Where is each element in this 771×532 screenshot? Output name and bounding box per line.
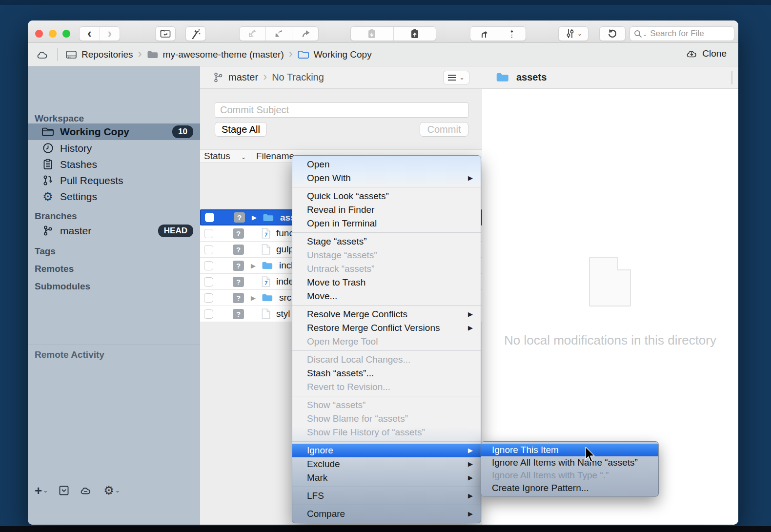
clone-button[interactable]: Clone: [686, 48, 727, 59]
back-button[interactable]: ‹: [80, 27, 100, 41]
filter-button[interactable]: ⌄: [558, 26, 588, 41]
menu-item-open-in-terminal[interactable]: Open in Terminal: [292, 217, 481, 230]
submenu-item-create-ignore-pattern[interactable]: Create Ignore Pattern...: [481, 482, 658, 494]
menu-separator: [292, 187, 481, 187]
view-options-button[interactable]: ⌄: [443, 71, 469, 84]
actions-gear-button[interactable]: ⚙ ⌄: [103, 485, 120, 496]
sidebar-item-history[interactable]: History: [28, 140, 200, 156]
sidebar-item-master-branch[interactable]: master HEAD: [28, 223, 200, 239]
ignore-submenu: Ignore This Item Ignore All Items with N…: [481, 441, 659, 497]
menu-separator: [292, 305, 481, 306]
sidebar-item-stashes[interactable]: Stashes: [28, 156, 200, 172]
minimize-button[interactable]: [49, 30, 57, 38]
submodules-header[interactable]: Submodules: [35, 281, 90, 292]
list-icon: [448, 75, 456, 81]
breadcrumb-item-working-copy[interactable]: Working Copy: [314, 49, 372, 60]
sidebar-item-pull-requests[interactable]: Pull Requests: [28, 172, 200, 188]
filename-column-header[interactable]: Filename: [256, 151, 294, 162]
sliders-icon: [565, 28, 576, 39]
menu-item-resolve-merge-conflicts[interactable]: Resolve Merge Conflicts▶: [292, 307, 481, 321]
menu-item-lfs[interactable]: LFS▶: [292, 489, 481, 503]
cloud-icon: [80, 486, 93, 495]
stage-checkbox[interactable]: [205, 213, 214, 222]
clipboard-up-icon: [410, 28, 420, 39]
panel-resize-handle[interactable]: [731, 71, 732, 84]
clock-icon: [41, 143, 54, 154]
sidebar-item-settings[interactable]: ⚙ Settings: [28, 188, 200, 205]
push-button[interactable]: [292, 27, 318, 41]
stash-apply-button[interactable]: [351, 27, 393, 41]
tracking-label[interactable]: No Tracking: [272, 72, 324, 83]
menu-item-move[interactable]: Move...: [292, 289, 481, 303]
branches-header[interactable]: Branches: [35, 211, 77, 222]
submenu-item-ignore-this-item[interactable]: Ignore This Item: [481, 444, 658, 456]
status-column-header[interactable]: Status: [204, 151, 230, 162]
stage-checkbox[interactable]: [204, 261, 213, 270]
maximize-button[interactable]: [62, 30, 70, 38]
stage-checkbox[interactable]: [204, 245, 213, 254]
breadcrumb: Repositories › my-awesome-theme (master)…: [28, 43, 738, 66]
open-repository-button[interactable]: [155, 26, 176, 41]
tags-header[interactable]: Tags: [35, 246, 56, 257]
menu-item-compare[interactable]: Compare▶: [292, 507, 481, 521]
breadcrumb-item-repositories[interactable]: Repositories: [81, 49, 133, 60]
merge-button[interactable]: [470, 27, 498, 41]
forward-button[interactable]: ›: [100, 27, 120, 41]
commit-button: Commit: [420, 122, 468, 137]
menu-item-mark[interactable]: Mark▶: [292, 471, 481, 485]
search-field[interactable]: ⌄: [629, 26, 734, 41]
menu-item-stage[interactable]: Stage “assets”: [292, 235, 481, 248]
submenu-arrow-icon: ▶: [468, 444, 473, 457]
close-button[interactable]: [35, 30, 43, 38]
add-button[interactable]: + ⌄: [35, 485, 48, 496]
menu-item-ignore[interactable]: Ignore▶: [292, 444, 481, 457]
repo-folder-icon: [147, 50, 159, 59]
cherry-pick-button[interactable]: [498, 27, 526, 41]
column-divider[interactable]: [252, 151, 252, 161]
disclosure-icon[interactable]: ▶: [251, 294, 258, 302]
submenu-arrow-icon: ▶: [468, 489, 473, 503]
submenu-item-ignore-all-with-name[interactable]: Ignore All Items with Name “assets”: [481, 456, 658, 469]
search-input[interactable]: [650, 29, 723, 39]
disclosure-icon[interactable]: ▶: [252, 214, 259, 221]
head-badge: HEAD: [158, 225, 193, 237]
stash-save-button[interactable]: [393, 27, 436, 41]
remotes-header[interactable]: Remotes: [35, 264, 74, 274]
submenu-arrow-icon: ▶: [468, 171, 473, 185]
menu-item-stash[interactable]: Stash “assets”...: [292, 367, 481, 380]
submenu-arrow-icon: ▶: [468, 321, 473, 335]
stage-checkbox[interactable]: [204, 309, 213, 319]
menu-item-open[interactable]: Open: [292, 158, 481, 171]
menu-item-move-to-trash[interactable]: Move to Trash: [292, 276, 481, 289]
menu-item-quick-look[interactable]: Quick Look “assets”: [292, 189, 481, 203]
code-file-icon: [262, 228, 270, 239]
cloud-icon[interactable]: [37, 50, 50, 60]
disclosure-icon[interactable]: ▶: [251, 262, 258, 269]
menu-item-revert-to-revision: Revert to Revision...: [292, 380, 481, 394]
commit-subject-input[interactable]: [215, 102, 468, 118]
pull-button[interactable]: [265, 27, 292, 41]
stage-checkbox[interactable]: [204, 229, 213, 238]
fetch-arrow-icon: [247, 28, 258, 39]
remote-cloud-button[interactable]: [80, 486, 93, 495]
remote-activity-header: Remote Activity: [35, 349, 104, 360]
current-branch-label[interactable]: master: [228, 72, 258, 83]
menu-item-open-with[interactable]: Open With▶: [292, 171, 481, 185]
folder-icon: [496, 72, 509, 82]
quick-launch-button[interactable]: [185, 26, 206, 41]
refresh-button[interactable]: [599, 26, 626, 41]
toolbar: ‹ ›: [28, 20, 738, 43]
stage-checkbox[interactable]: [204, 293, 213, 303]
stage-all-button[interactable]: Stage All: [215, 122, 267, 137]
stage-checkbox[interactable]: [204, 277, 213, 286]
menu-item-show: Show “assets”: [292, 398, 481, 412]
inbox-button[interactable]: [59, 485, 69, 496]
folder-icon: [262, 293, 273, 302]
breadcrumb-item-repo[interactable]: my-awesome-theme (master): [163, 49, 284, 60]
fetch-button[interactable]: [240, 27, 265, 41]
menu-item-restore-merge-conflict-versions[interactable]: Restore Merge Conflict Versions▶: [292, 321, 481, 335]
menu-item-exclude[interactable]: Exclude▶: [292, 457, 481, 471]
empty-document-icon: [589, 257, 631, 307]
sidebar-item-working-copy[interactable]: Working Copy 10: [28, 123, 200, 140]
menu-item-reveal-in-finder[interactable]: Reveal in Finder: [292, 203, 481, 217]
